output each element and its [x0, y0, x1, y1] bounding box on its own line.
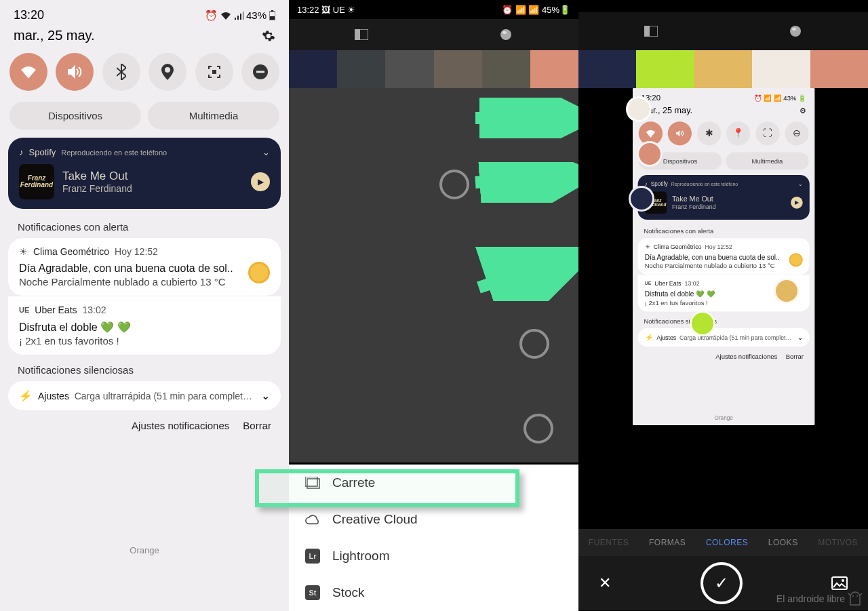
- palette-swatch: [434, 50, 482, 88]
- menu-item-stock[interactable]: St Stock: [289, 574, 578, 611]
- qs-dnd[interactable]: [241, 53, 279, 91]
- color-handle[interactable]: [519, 329, 549, 359]
- svg-point-21: [852, 595, 854, 597]
- status-time: 13:22 🖼 UE ☀: [297, 5, 355, 15]
- battery-icon: [269, 10, 275, 20]
- svg-point-9: [502, 31, 507, 34]
- silent-section-label: Notificaciones silenciosas: [8, 361, 281, 381]
- svg-point-17: [790, 26, 801, 37]
- menu-label: Creative Cloud: [332, 512, 418, 527]
- svg-rect-5: [256, 71, 264, 73]
- notif-title: Día Agradable, con una buena cuota de so…: [19, 262, 241, 275]
- notif-time: 13:02: [83, 304, 106, 315]
- gear-icon[interactable]: [262, 29, 275, 43]
- color-palette-strip: [289, 50, 578, 88]
- play-button[interactable]: ▶: [251, 172, 270, 191]
- qs-screenshot[interactable]: [195, 53, 233, 91]
- stock-icon: St: [305, 585, 320, 600]
- screenshot-notification-shade: 13:20 ⏰ 43% mar., 25 may.: [0, 0, 289, 611]
- qs-sound[interactable]: [56, 53, 94, 91]
- wifi-icon: [220, 12, 231, 20]
- track-title: Take Me Out: [62, 170, 243, 183]
- menu-item-lightroom[interactable]: Lr Lightroom: [289, 538, 578, 574]
- confirm-button[interactable]: ✓: [701, 562, 743, 604]
- notif-time: Hoy 12:52: [115, 246, 158, 257]
- media-notification[interactable]: ♪ Spotify Reproduciendo en este teléfono…: [8, 138, 281, 209]
- qs-wifi[interactable]: [9, 53, 47, 91]
- color-handle[interactable]: [690, 311, 715, 336]
- weather-notification[interactable]: ☀ Clima Geométrico Hoy 12:52 Día Agradab…: [8, 238, 281, 296]
- color-handle[interactable]: [637, 141, 663, 167]
- svg-point-22: [856, 595, 858, 597]
- annotation-arrow: [469, 98, 591, 138]
- tab-ball-icon[interactable]: [434, 19, 579, 50]
- track-artist: Franz Ferdinand: [62, 183, 243, 194]
- svg-line-11: [475, 176, 577, 182]
- svg-line-12: [479, 254, 580, 288]
- sun-weather-icon: [248, 262, 270, 283]
- watermark: El androide libre: [776, 591, 863, 607]
- preview-mini-screenshot: 13:20⏰ 📶 📶 43%🔋 mar., 25 may.⚙ ✱ 📍 ⛶ ⊖ D…: [633, 88, 814, 425]
- tab-ball-icon[interactable]: [724, 12, 869, 50]
- lightroom-icon: Lr: [305, 549, 320, 564]
- color-handle[interactable]: [774, 278, 800, 304]
- svg-point-18: [792, 28, 796, 31]
- media-subtext: Reproduciendo en este teléfono: [61, 149, 167, 157]
- sun-icon-small: ☀: [19, 246, 28, 257]
- annotation-highlight: [255, 469, 519, 507]
- tab-motivos[interactable]: MOTIVOS: [818, 538, 858, 547]
- palette-swatch: [636, 50, 694, 88]
- notif-subtitle: Noche Parcialmente nublado a cubierto 13…: [19, 276, 241, 288]
- quick-settings-row: [8, 50, 281, 99]
- qs-bluetooth[interactable]: [102, 53, 140, 91]
- status-right: ⏰ 📶 📶 45%🔋: [502, 5, 570, 15]
- tab-split-icon[interactable]: [578, 12, 724, 50]
- image-icon[interactable]: [831, 576, 848, 590]
- ubereats-notification[interactable]: UE Uber Eats 13:02 Disfruta el doble 💚 💚…: [8, 296, 281, 355]
- screenshot-color-editor: 13:20⏰ 📶 📶 43%🔋 mar., 25 may.⚙ ✱ 📍 ⛶ ⊖ D…: [578, 0, 868, 611]
- devices-button[interactable]: Dispositivos: [9, 102, 141, 130]
- qs-location[interactable]: [149, 53, 186, 91]
- notif-app: Clima Geométrico: [33, 246, 109, 257]
- annotation-arrow: [472, 247, 594, 301]
- chevron-down-icon[interactable]: ⌄: [261, 389, 270, 402]
- status-time: 13:20: [14, 8, 44, 22]
- palette-swatch: [482, 50, 530, 88]
- signal-icon: [234, 12, 243, 20]
- close-icon[interactable]: ✕: [599, 574, 611, 592]
- color-handle[interactable]: [626, 96, 652, 122]
- color-handle[interactable]: [439, 170, 469, 199]
- alert-section-label: Notificaciones con alerta: [8, 218, 281, 238]
- menu-label: Lightroom: [332, 549, 390, 564]
- ue-icon: UE: [19, 306, 29, 314]
- chevron-down-icon[interactable]: ⌄: [262, 147, 270, 157]
- tab-formas[interactable]: FORMAS: [649, 538, 686, 547]
- notif-subtitle: ¡ 2x1 en tus favoritos !: [19, 335, 270, 347]
- clear-all-link[interactable]: Borrar: [243, 420, 271, 431]
- notif-title: Disfruta el doble 💚 💚: [19, 321, 270, 334]
- palette-swatch: [810, 50, 868, 88]
- carrier-label: Orange: [8, 545, 281, 555]
- palette-swatch: [752, 50, 810, 88]
- tab-colores[interactable]: COLORES: [706, 538, 748, 547]
- palette-swatch: [530, 50, 578, 88]
- notification-settings-link[interactable]: Ajustes notificaciones: [132, 420, 229, 431]
- tab-fuentes[interactable]: FUENTES: [589, 538, 629, 547]
- media-app-name: Spotify: [29, 147, 56, 157]
- battery-text: 43%: [246, 9, 267, 21]
- color-handle[interactable]: [524, 414, 553, 444]
- annotation-arrow: [469, 162, 591, 203]
- status-icons: ⏰ 43%: [205, 9, 275, 22]
- svg-rect-7: [355, 29, 360, 40]
- color-handle[interactable]: [629, 186, 654, 212]
- color-palette-strip: [578, 50, 868, 88]
- palette-swatch: [337, 50, 385, 88]
- multimedia-button[interactable]: Multimedia: [148, 102, 279, 130]
- tool-tabs: FUENTES FORMAS COLORES LOOKS MOTIVOS: [578, 529, 868, 556]
- tab-looks[interactable]: LOOKS: [768, 538, 798, 547]
- silent-notif-text: Ajustes Carga ultrarrápida (51 min para …: [38, 391, 256, 401]
- tab-split-icon[interactable]: [289, 19, 434, 50]
- palette-swatch: [694, 50, 752, 88]
- notif-app: Uber Eats: [35, 304, 77, 315]
- settings-notification[interactable]: ⚡ Ajustes Carga ultrarrápida (51 min par…: [8, 381, 281, 410]
